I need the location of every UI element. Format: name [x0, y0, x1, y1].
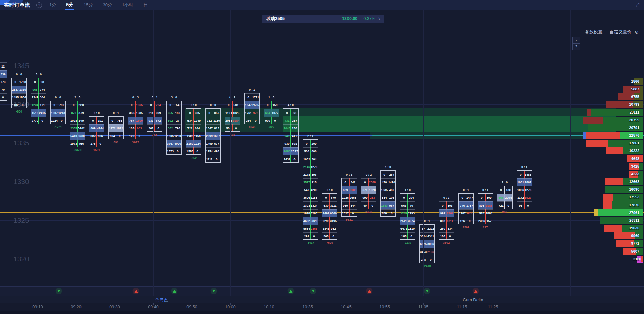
candle-cell: 11571793 — [400, 209, 415, 217]
footprint-candle-edge[interactable]: 12339773700 — [0, 62, 7, 101]
footprint-candle[interactable]: 02544701490133548783410515439578580 — [380, 170, 396, 217]
candle-cell: 68753096 — [420, 240, 434, 248]
cell-ask-volume: 1249 — [194, 117, 201, 124]
candle-cell: 960344 — [342, 201, 357, 209]
candle-cell: 34532156 — [420, 248, 434, 256]
cell-ask-volume: 70 — [0, 86, 7, 93]
instrument-selector[interactable]: 玻璃2505 1330.00 -0.37% ∨ — [262, 15, 384, 23]
footprint-candle[interactable]: 01486105128671066127311721927960 — [517, 170, 532, 209]
volume-profile-label-row: 5607 — [609, 248, 643, 255]
cell-bid-volume: 0 — [439, 202, 446, 209]
gear-icon[interactable]: ⊙ — [635, 29, 639, 35]
footprint-candle[interactable]: 0543551875922730279616051290376740901573… — [166, 101, 182, 155]
volume-profile-segment — [583, 132, 586, 139]
footprint-candle[interactable]: 0803999140280313112603341860 — [439, 201, 454, 240]
tab-timeframe-0[interactable]: 1分 — [49, 0, 57, 10]
candle-cell: 5090 — [225, 124, 240, 132]
tab-timeframe-4[interactable]: 1小时 — [121, 0, 134, 10]
collapse-panel-button[interactable]: › — [572, 37, 580, 44]
footprint-candle[interactable]: 050111901825208319845090 — [225, 101, 240, 132]
candle-imbalance-header: 0 : 1 — [113, 111, 119, 115]
candle-cell: 12 — [0, 62, 7, 70]
footprint-candle[interactable]: 0209506806160230421461279217839335279155… — [303, 139, 318, 240]
cell-ask-volume: 1402 — [446, 210, 454, 217]
candle-cell: 1602304 — [303, 155, 318, 163]
candle-cell: 0 — [0, 93, 7, 101]
cell-ask-volume: 70 — [408, 202, 415, 209]
volume-profile-value: 5607 — [631, 249, 639, 253]
cell-ask-volume: 156 — [291, 125, 298, 132]
cell-bid-volume: 0 — [225, 101, 232, 109]
footprint-candle[interactable]: 0309898198652616642366157 — [478, 193, 493, 224]
candle-cell: 0136 — [497, 186, 512, 194]
cell-ask-volume: 399 — [155, 109, 162, 117]
param-settings-link[interactable]: 参数设置 — [585, 29, 602, 35]
footprint-candle[interactable]: 0857712113013478132099169714995771154498… — [205, 108, 221, 163]
footprint-candle[interactable]: 0305534124972264423011562159122415850 — [186, 108, 201, 155]
panel-help-button[interactable]: ? — [572, 43, 580, 50]
footprint-candle[interactable]: 020886711828999263400 — [361, 178, 376, 209]
volume-profile-value: 26311 — [629, 218, 639, 222]
custom-volume-price-link[interactable]: 自定义量价 — [609, 29, 631, 35]
cell-bid-volume: 0 — [517, 171, 524, 178]
footprint-candle[interactable]: 01565356158575715001036031200 — [128, 101, 143, 139]
footprint-candle[interactable]: 098966774134930412341711510241527700 — [31, 78, 46, 124]
time-axis-label: 09:10 — [32, 305, 43, 309]
volume-profile-value: 4648 — [631, 156, 639, 161]
footprint-candle[interactable]: 015965410779090 — [264, 101, 279, 124]
cell-ask-volume: 3096 — [427, 240, 434, 248]
footprint-candle[interactable]: 5722223824434168753096345321562180 — [419, 224, 435, 263]
volume-profile-label-row: 20111 — [609, 109, 643, 116]
footprint-candle[interactable]: 034262939091026266896034410270 — [341, 178, 357, 217]
cell-ask-volume: 1130 — [213, 117, 220, 124]
footprint-candle[interactable]: 0785117218725940 — [108, 116, 124, 139]
tab-timeframe-1[interactable]: 5分 — [65, 0, 74, 10]
cell-bid-volume: 1027 — [342, 210, 349, 217]
help-icon[interactable]: ? — [36, 2, 42, 8]
candle-cell: 931672 — [147, 117, 162, 124]
footprint-chart[interactable]: 1345134013351330132513201233977370000176… — [0, 10, 644, 286]
cell-bid-volume: 126 — [459, 217, 466, 225]
gridline-vertical — [230, 10, 231, 296]
candle-cell: 083 — [283, 109, 298, 117]
cell-bid-volume: 1026 — [342, 194, 349, 201]
footprint-candle[interactable]: 07971907121310240 — [50, 101, 66, 124]
volume-profile-label-row: 4233 — [609, 171, 643, 178]
cum-delta-panel-label[interactable]: Cum Delta — [463, 297, 483, 302]
tab-timeframe-3[interactable]: 30分 — [102, 0, 113, 10]
signal-strip — [0, 286, 644, 297]
footprint-candle[interactable]: 017711647256517619722540 — [244, 93, 260, 124]
footprint-candle[interactable]: 0834312571045156946417930692208320171431… — [283, 108, 299, 163]
candle-cell: 2910 — [303, 232, 318, 240]
tab-timeframe-5[interactable]: 日 — [143, 0, 148, 10]
cell-ask-volume: 1986 — [485, 202, 493, 209]
footprint-candle[interactable]: 0204563701157179325293574647118101850 — [400, 193, 415, 240]
candle-cell: 5680 — [322, 232, 337, 240]
candle-cell: 1154498 — [206, 147, 220, 155]
footprint-candle[interactable]: 07042113999316723670 — [147, 101, 162, 132]
candle-cell: 1973466 — [70, 140, 85, 147]
gridline-vertical — [269, 10, 269, 296]
instrument-change: -0.37% — [362, 16, 375, 21]
candle-cell: 0670 — [322, 194, 337, 201]
cell-ask-volume: 1183 — [310, 194, 318, 201]
cell-ask-volume: 1768 — [19, 78, 26, 86]
cell-bid-volume: 3767 — [167, 140, 174, 147]
cell-ask-volume: 1213 — [58, 109, 65, 117]
footprint-candle[interactable]: 01768283713101495183611820 — [11, 78, 27, 108]
candle-delta-label: -3370 — [73, 148, 81, 152]
candle-imbalance-header: 0 : 2 — [366, 173, 372, 176]
expand-icon[interactable]: ⤢ — [636, 2, 639, 8]
footprint-candle[interactable]: 06705303111149766602298319518459325680 — [322, 193, 337, 240]
cell-bid-volume: 1154 — [206, 148, 213, 155]
tab-timeframe-2[interactable]: 15分 — [83, 0, 93, 10]
candle-imbalance-header: 0 : 3 — [132, 96, 139, 99]
gridline-vertical — [570, 10, 571, 296]
candle-cell: 0204 — [400, 194, 415, 201]
footprint-candle[interactable]: 013656620957210 — [497, 186, 513, 209]
candle-cell: 834105 — [381, 194, 395, 201]
footprint-candle[interactable]: 0220870379102814923853402541036801973466 — [70, 101, 85, 147]
footprint-candle[interactable]: 01447746178712676141260 — [458, 193, 474, 224]
signal-panel-label[interactable]: 信号点 — [155, 297, 168, 303]
footprint-candle[interactable]: 0101409414420568062750 — [89, 116, 104, 147]
